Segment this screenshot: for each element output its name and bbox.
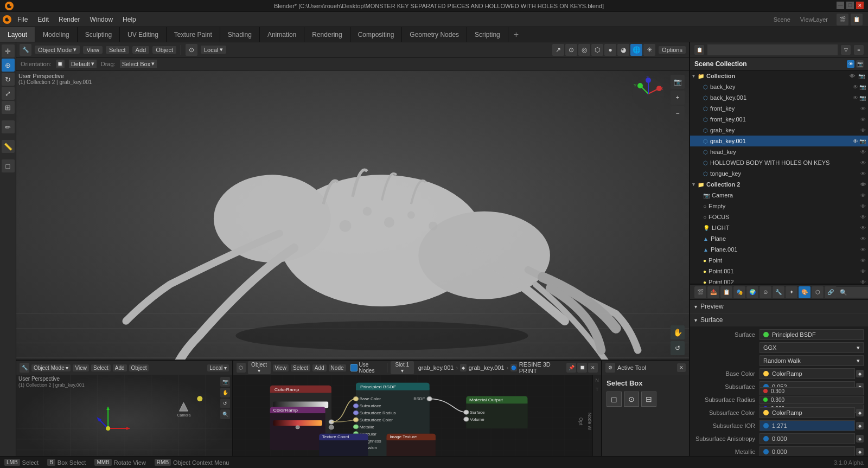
plane-vis[interactable]: 👁 [860,236,866,242]
distribution-dropdown[interactable]: GGX ▾ [760,342,864,353]
menu-render[interactable]: Render [54,15,84,24]
orientation-dropdown[interactable]: Default ▾ [69,60,97,68]
bottom-view-button[interactable]: View [73,364,89,371]
head-key-vis[interactable]: 👁 [860,149,866,155]
outliner-item-empty[interactable]: ○ Empty 👁 [690,201,868,211]
base-color-value[interactable]: ColorRamp [760,368,855,379]
bottom-add-button[interactable]: Add [113,364,127,371]
active-tool-collapse-icon[interactable]: ✕ [677,363,686,372]
tab-texture-paint[interactable]: Texture Paint [167,27,220,42]
tab-shading[interactable]: Shading [220,27,260,42]
props-search-input[interactable] [837,287,868,298]
tab-scripting[interactable]: Scripting [467,27,508,42]
point-001-vis[interactable]: 👁 [860,268,866,274]
props-tab-constraints[interactable]: 🔗 [825,286,837,298]
subsurface-color-keyframe-icon[interactable]: ◆ [856,409,864,416]
solid-icon[interactable]: ● [604,44,616,56]
outliner-item-camera[interactable]: 📷 Camera 👁 [690,190,868,201]
node-node-button[interactable]: Node [329,364,346,371]
zoom-in-icon[interactable]: + [671,91,685,105]
outliner-item-point-002[interactable]: ● Point.002 👁 [690,277,868,284]
use-nodes-checkbox[interactable] [350,364,358,371]
camera-vis[interactable]: 👁 [860,193,866,198]
tab-sculpting[interactable]: Sculpting [78,27,120,42]
close-button[interactable]: ✕ [856,2,864,9]
back-key-vis[interactable]: 👁 [853,84,858,90]
active-tool-type-icon[interactable]: ⚙ [605,363,615,373]
navigation-gizmo[interactable]: X Y Z [629,75,667,114]
back-key-001-vis[interactable]: 👁 [853,95,858,101]
props-tab-scene[interactable]: 🎭 [733,286,745,298]
preview-header[interactable]: ▾ Preview [690,300,868,313]
mini-hand-icon[interactable]: ✋ [220,388,230,398]
point-vis[interactable]: 👁 [860,258,866,264]
node-editor-type-icon[interactable]: ⬡ [237,363,246,373]
mini-viewport[interactable]: Camera User Perspective (1) Collection 2… [16,375,232,468]
menu-help[interactable]: Help [118,15,141,24]
node-graph-area[interactable]: ColorRamp Color Alpha [233,375,601,468]
outliner-item-point-001[interactable]: ● Point.001 👁 [690,266,868,277]
xray-toggle-icon[interactable]: ◎ [578,44,590,56]
outliner-item-collection-2[interactable]: ▾ 📁 Collection 2 👁 [690,179,868,190]
subsurface-anisotropy-value[interactable]: 0.000 [760,433,855,444]
outliner-item-back-key-001[interactable]: ⬡ back_key.001 👁 📷 [690,92,868,103]
bottom-mode-dropdown[interactable]: Object Mode ▾ [31,364,71,371]
view-menu-button[interactable]: View [83,46,103,54]
outliner-filter-icon[interactable]: ▽ [841,45,851,55]
outliner-item-plane[interactable]: ▲ Plane 👁 [690,233,868,244]
random-walk-dropdown[interactable]: Random Walk ▾ [760,355,864,366]
surface-shader-value[interactable]: Principled BSDF [760,329,864,340]
tab-geometry-nodes[interactable]: Geometry Nodes [402,27,467,42]
props-tab-particles[interactable]: ✦ [786,286,797,298]
outliner-item-tongue-key[interactable]: ⬡ tongue_key 👁 [690,168,868,179]
slot-dropdown[interactable]: Slot 1 ▾ [391,361,414,374]
cursor-tool-button[interactable]: ✛ [2,44,15,57]
mini-rotate-icon[interactable]: ↺ [220,399,230,408]
scene-icon[interactable]: 🎬 [837,14,848,25]
node-close-icon[interactable]: ✕ [588,363,598,373]
measure-tool-button[interactable]: 📏 [2,140,15,153]
collection-vis-icon[interactable]: 👁 [848,73,856,79]
focus-vis[interactable]: 👁 [860,214,866,220]
outliner-item-focus[interactable]: ○ FOCUS 👁 [690,211,868,222]
subsurface-radius-g[interactable]: 0.300 [760,396,864,404]
object-mode-dropdown[interactable]: Object Mode ▾ [35,46,80,54]
tab-modeling[interactable]: Modeling [35,27,78,42]
collection-render-icon[interactable]: 📷 [857,73,866,79]
rotate-tool-button[interactable]: ↻ [2,73,15,86]
outliner-options-icon[interactable]: ≡ [854,45,864,55]
outliner-item-collection[interactable]: ▾ 📁 Collection 👁 📷 [690,70,868,81]
props-tab-view-layer[interactable]: 📋 [720,286,732,298]
material-preview-icon[interactable]: ◕ [617,44,629,56]
node-sidebar-icon-1[interactable]: N [593,376,602,384]
tab-uv-editing[interactable]: UV Editing [120,27,167,42]
empty-vis[interactable]: 👁 [860,203,866,209]
node-view-button[interactable]: View [273,364,289,371]
tab-rendering[interactable]: Rendering [304,27,350,42]
bottom-select-button[interactable]: Select [91,364,111,371]
node-object-dropdown[interactable]: Object ▾ [248,361,271,374]
outliner-item-point[interactable]: ● Point 👁 [690,255,868,266]
props-tab-object[interactable]: ⊙ [760,286,771,298]
tab-animation[interactable]: Animation [260,27,304,42]
add-primitive-button[interactable]: □ [2,159,15,172]
annotate-tool-button[interactable]: ✏ [2,120,15,133]
front-key-vis[interactable]: 👁 [860,106,866,112]
bottom-editor-type-icon[interactable]: 🔧 [20,363,29,373]
node-add-button[interactable]: Add [312,364,327,371]
select-menu-button[interactable]: Select [106,46,129,54]
subsurface-ior-keyframe-icon[interactable]: ◆ [856,422,864,429]
grab-key-vis[interactable]: 👁 [860,127,866,133]
transform-dropdown[interactable]: Local ▾ [201,46,226,54]
drag-dropdown[interactable]: Select Box ▾ [120,60,157,68]
props-tab-render[interactable]: 🎬 [694,286,706,298]
editor-type-icon[interactable]: 🔧 [20,44,31,56]
select-circle-icon[interactable]: ⊙ [624,392,639,407]
bottom-transform-dropdown[interactable]: Local ▾ [207,364,229,371]
subsurface-ior-value[interactable]: 1.271 [760,420,855,431]
wireframe-icon[interactable]: ⬡ [591,44,603,56]
outliner-item-front-key[interactable]: ⬡ front_key 👁 [690,103,868,114]
transform-tool-button[interactable]: ⊞ [2,101,15,114]
maximize-button[interactable]: ☐ [846,2,854,9]
tab-compositing[interactable]: Compositing [350,27,403,42]
